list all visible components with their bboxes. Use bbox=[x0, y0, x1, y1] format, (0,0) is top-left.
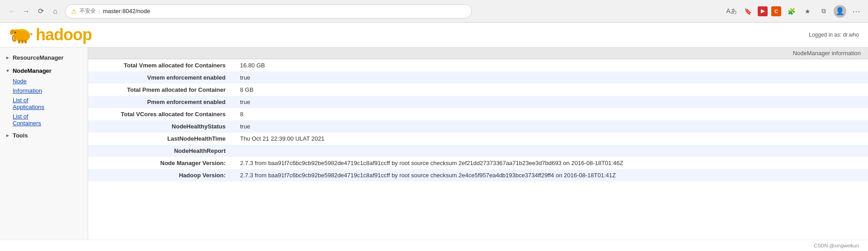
content-area: NodeManager information Total Vmem alloc… bbox=[88, 47, 868, 240]
tools-arrow-icon: ► bbox=[5, 133, 10, 138]
sidebar-item-node-manager[interactable]: ▼ NodeManager bbox=[0, 65, 88, 76]
tools-label: Tools bbox=[13, 132, 28, 139]
footer-text: CSDN @xingweikun bbox=[814, 243, 859, 248]
row-value: 8 GB bbox=[233, 84, 868, 96]
row-label: Total Vmem allocated for Containers bbox=[88, 59, 233, 71]
browser-chrome: ← → ⟳ ⌂ ⚠ 不安全 | master:8042/node Aあ 🔖 ▶ … bbox=[0, 0, 868, 23]
row-value bbox=[233, 145, 868, 157]
reading-list-button[interactable]: 🔖 bbox=[741, 5, 754, 18]
elephant-icon bbox=[9, 25, 34, 44]
list-of-applications-text: List ofApplications bbox=[13, 97, 44, 110]
extension-play-button[interactable]: ▶ bbox=[758, 6, 768, 16]
row-label: NodeHealthReport bbox=[88, 145, 233, 157]
row-value: true bbox=[233, 96, 868, 108]
content-section-title: NodeManager information bbox=[88, 47, 868, 59]
collapse-arrow-icon: ► bbox=[5, 55, 10, 60]
security-label: 不安全 bbox=[80, 7, 96, 15]
row-value: 8 bbox=[233, 108, 868, 120]
app-header: hadoop Logged in as: dr.who bbox=[0, 23, 868, 47]
security-warning-icon: ⚠ bbox=[71, 8, 77, 15]
page-footer: CSDN @xingweikun bbox=[0, 240, 868, 251]
nav-buttons: ← → ⟳ ⌂ bbox=[5, 5, 61, 18]
tools-section: ► Tools bbox=[0, 130, 88, 141]
more-button[interactable]: ⋯ bbox=[850, 5, 863, 18]
table-row: NodeHealthyStatus true bbox=[88, 120, 868, 133]
app-container: hadoop Logged in as: dr.who ► ResourceMa… bbox=[0, 23, 868, 251]
row-value: true bbox=[233, 120, 868, 133]
svg-rect-6 bbox=[18, 40, 20, 43]
address-bar[interactable]: ⚠ 不安全 | master:8042/node bbox=[65, 4, 472, 19]
row-value: 2.7.3 from baa91f7c6bc9cb92be5982de4719c… bbox=[233, 169, 868, 181]
svg-rect-8 bbox=[24, 40, 27, 43]
extensions-button[interactable]: 🧩 bbox=[785, 5, 797, 18]
browser-actions: Aあ 🔖 ▶ C 🧩 ★ ⧉ 👤 ⋯ bbox=[725, 5, 863, 18]
svg-rect-7 bbox=[21, 40, 24, 43]
logged-in-label: Logged in as: dr.who bbox=[809, 32, 859, 38]
expand-arrow-icon: ▼ bbox=[5, 68, 10, 73]
sidebar: ► ResourceManager ▼ NodeManager Node Inf… bbox=[0, 47, 88, 240]
table-row: Vmem enforcement enabled true bbox=[88, 71, 868, 84]
list-of-containers-text: List ofContainers bbox=[13, 113, 41, 127]
row-value: 16.80 GB bbox=[233, 59, 868, 71]
row-value: 2.7.3 from baa91f7c6bc9cb92be5982de4719c… bbox=[233, 157, 868, 169]
row-label: LastNodeHealthTime bbox=[88, 133, 233, 145]
back-button[interactable]: ← bbox=[5, 5, 18, 18]
resource-manager-label: ResourceManager bbox=[13, 54, 64, 61]
svg-point-5 bbox=[15, 32, 16, 33]
node-manager-label: NodeManager bbox=[13, 67, 52, 74]
table-row: Hadoop Version: 2.7.3 from baa91f7c6bc9c… bbox=[88, 169, 868, 181]
sidebar-link-list-of-containers[interactable]: List ofContainers bbox=[0, 112, 88, 128]
table-row: Node Manager Version: 2.7.3 from baa91f7… bbox=[88, 157, 868, 169]
hadoop-logo-text: hadoop bbox=[36, 25, 92, 44]
row-label: NodeHealthyStatus bbox=[88, 120, 233, 133]
favorites-button[interactable]: ★ bbox=[801, 5, 814, 18]
table-row: LastNodeHealthTime Thu Oct 21 22:39:00 U… bbox=[88, 133, 868, 145]
row-value: Thu Oct 21 22:39:00 ULAT 2021 bbox=[233, 133, 868, 145]
table-row: Total VCores allocated for Containers 8 bbox=[88, 108, 868, 120]
table-row: Pmem enforcement enabled true bbox=[88, 96, 868, 108]
row-value: true bbox=[233, 71, 868, 84]
row-label: Node Manager Version: bbox=[88, 157, 233, 169]
home-button[interactable]: ⌂ bbox=[49, 5, 61, 18]
sidebar-link-information[interactable]: Information bbox=[0, 86, 88, 95]
collections-button[interactable]: ⧉ bbox=[817, 5, 830, 18]
hadoop-logo: hadoop bbox=[9, 25, 92, 44]
main-content: ► ResourceManager ▼ NodeManager Node Inf… bbox=[0, 47, 868, 240]
resource-manager-section: ► ResourceManager bbox=[0, 52, 88, 63]
sidebar-item-resource-manager[interactable]: ► ResourceManager bbox=[0, 52, 88, 63]
sidebar-link-list-of-applications[interactable]: List ofApplications bbox=[0, 95, 88, 112]
row-label: Total VCores allocated for Containers bbox=[88, 108, 233, 120]
table-row: NodeHealthReport bbox=[88, 145, 868, 157]
url-separator: | bbox=[99, 8, 100, 14]
row-label: Pmem enforcement enabled bbox=[88, 96, 233, 108]
profile-button[interactable]: 👤 bbox=[834, 5, 846, 18]
reader-mode-button[interactable]: Aあ bbox=[725, 5, 738, 18]
forward-button[interactable]: → bbox=[20, 5, 33, 18]
row-label: Vmem enforcement enabled bbox=[88, 71, 233, 84]
table-row: Total Vmem allocated for Containers 16.8… bbox=[88, 59, 868, 71]
sidebar-item-tools[interactable]: ► Tools bbox=[0, 130, 88, 141]
url-text: master:8042/node bbox=[103, 8, 150, 14]
row-label: Total Pmem allocated for Container bbox=[88, 84, 233, 96]
row-label: Hadoop Version: bbox=[88, 169, 233, 181]
node-manager-section: ▼ NodeManager Node Information List ofAp… bbox=[0, 65, 88, 128]
table-row: Total Pmem allocated for Container 8 GB bbox=[88, 84, 868, 96]
node-info-table: Total Vmem allocated for Containers 16.8… bbox=[88, 59, 868, 181]
reload-button[interactable]: ⟳ bbox=[34, 5, 47, 18]
sidebar-link-node[interactable]: Node bbox=[0, 76, 88, 86]
extension-c-button[interactable]: C bbox=[771, 6, 781, 16]
